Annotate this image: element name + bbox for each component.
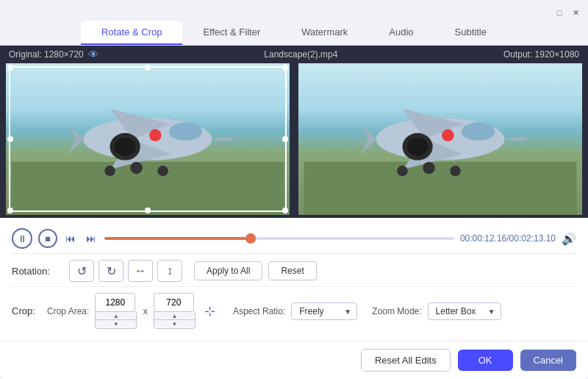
height-spinner-up[interactable]: ▲ [154,312,195,320]
rotation-buttons: ↺ ↻ ↔ ↕ [69,260,182,282]
volume-icon[interactable]: 🔊 [562,232,576,246]
controls-area: ⏸ ⏹ ⏮ ⏭ 00:00:12.16/00:02:13.10 🔊 Rotati… [0,218,588,341]
time-display: 00:00:12.16/00:02:13.10 [460,233,556,244]
stop-button[interactable]: ⏹ [38,229,57,248]
crop-handle-bm[interactable] [145,208,151,213]
crop-handle-br[interactable] [282,208,288,213]
rotate-left-button[interactable]: ↺ [69,260,94,282]
jet-right-svg [298,63,582,215]
play-pause-button[interactable]: ⏸ [12,228,32,249]
playback-bar: ⏸ ⏹ ⏮ ⏭ 00:00:12.16/00:02:13.10 🔊 [12,224,576,254]
svg-point-14 [407,138,429,156]
tab-effect-filter[interactable]: Effect & Filter [182,21,281,45]
video-filename: Landscape(2).mp4 [264,49,337,60]
bottom-bar: Reset All Edits OK Cancel [0,341,588,379]
crop-height-input[interactable] [154,293,194,312]
svg-point-18 [442,130,453,141]
video-panels [0,46,588,218]
rotation-label: Rotation: [12,266,63,277]
tab-watermark[interactable]: Watermark [281,21,368,45]
aspect-ratio-select[interactable]: Freely 16:9 4:3 1:1 9:16 [291,302,357,320]
aspect-ratio-select-wrap: Freely 16:9 4:3 1:1 9:16 ▼ [291,302,357,320]
center-crop-icon[interactable]: ⊹ [204,303,215,319]
tab-rotate-crop[interactable]: Rotate & Crop [81,21,182,45]
crop-width-input[interactable] [95,293,135,312]
svg-point-16 [450,166,460,176]
crop-handle-lm[interactable] [7,136,13,142]
crop-handle-tr[interactable] [282,65,288,71]
crop-overlay[interactable] [9,66,287,212]
width-spinner-down[interactable]: ▼ [96,320,136,328]
video-section: Original: 1280×720 👁 Landscape(2).mp4 Ou… [0,46,588,218]
eye-icon[interactable]: 👁 [88,49,98,60]
title-bar: □ ✕ [0,0,588,21]
crop-handle-tl[interactable] [7,65,13,71]
main-window: □ ✕ Rotate & Crop Effect & Filter Waterm… [0,0,588,379]
video-panel-right [298,63,582,215]
progress-thumb[interactable] [245,233,256,244]
original-resolution: Original: 1280×720 [9,49,84,60]
width-input-wrap: ▲ ▼ [95,293,137,329]
height-spinner-down[interactable]: ▼ [154,320,195,328]
svg-rect-10 [304,162,577,215]
height-input-wrap: ▲ ▼ [154,293,196,329]
progress-track[interactable] [104,237,454,240]
zoom-mode-select-wrap: Letter Box Pan & Scan Full ▼ [428,302,501,320]
flip-vertical-button[interactable]: ↕ [157,260,182,282]
skip-forward-button[interactable]: ⏭ [84,233,98,244]
progress-fill [104,237,251,240]
ok-button[interactable]: OK [458,350,513,371]
crop-handle-rm[interactable] [282,136,288,142]
svg-point-12 [462,122,495,141]
output-resolution: Output: 1920×1080 [503,49,579,60]
dimension-separator: x [143,305,148,316]
rotate-right-button[interactable]: ↻ [98,260,123,282]
zoom-mode-label: Zoom Mode: [372,306,421,316]
reset-rotation-button[interactable]: Reset [268,261,316,280]
svg-point-15 [423,162,434,174]
tab-bar: Rotate & Crop Effect & Filter Watermark … [0,21,588,46]
apply-to-all-button[interactable]: Apply to All [194,261,262,280]
zoom-mode-select[interactable]: Letter Box Pan & Scan Full [428,302,501,320]
video-panel-left [6,63,290,215]
skip-back-button[interactable]: ⏮ [63,233,78,244]
rotation-row: Rotation: ↺ ↻ ↔ ↕ Apply to All Reset [12,254,576,287]
close-button[interactable]: ✕ [570,7,581,18]
crop-row: Crop: Crop Area: ▲ ▼ x ▲ ▼ ⊹ Aspect Rati… [12,287,576,335]
cancel-button[interactable]: Cancel [520,350,576,371]
crop-label: Crop: [12,305,41,316]
tab-audio[interactable]: Audio [368,21,434,45]
crop-handle-tm[interactable] [145,65,151,71]
aspect-ratio-label: Aspect Ratio: [233,306,285,316]
window-controls: □ ✕ [554,7,581,18]
width-spinner-up[interactable]: ▲ [96,312,136,320]
svg-point-17 [397,166,407,176]
video-info-bar: Original: 1280×720 👁 Landscape(2).mp4 Ou… [0,46,588,63]
flip-horizontal-button[interactable]: ↔ [128,260,153,282]
minimize-button[interactable]: □ [554,7,564,18]
crop-handle-bl[interactable] [7,208,13,213]
crop-area-label: Crop Area: [47,306,89,316]
tab-subtitle[interactable]: Subtitle [434,21,507,45]
video-original-info: Original: 1280×720 👁 [9,49,98,60]
panel-divider [293,63,295,215]
reset-all-button[interactable]: Reset All Edits [361,349,451,372]
